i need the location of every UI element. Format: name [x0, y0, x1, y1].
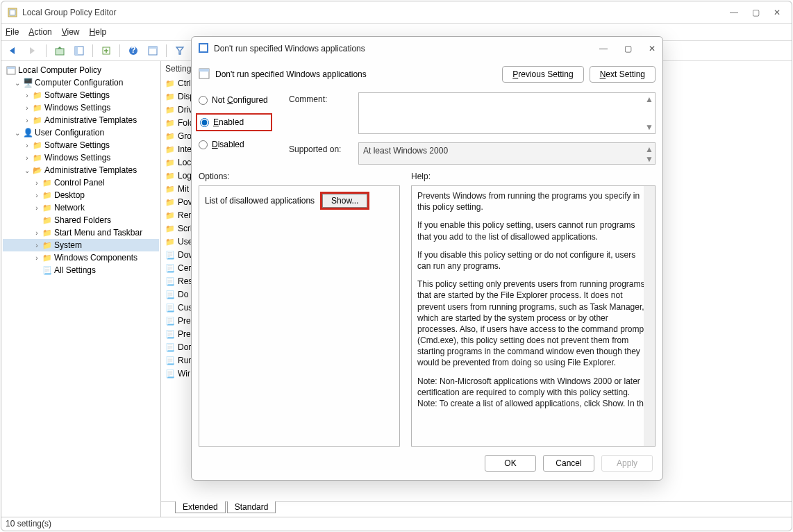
folder-icon	[42, 190, 53, 200]
apply-button[interactable]: Apply	[601, 455, 653, 472]
dialog-minimize-button[interactable]: —	[599, 44, 608, 53]
folder-icon	[32, 140, 43, 150]
tree-uc-admin[interactable]: Administrative Templates	[44, 165, 137, 175]
expand-toggle[interactable]: ›	[22, 154, 32, 162]
tree-pane[interactable]: Local Computer Policy ⌄🖥️Computer Config…	[1, 61, 161, 517]
tab-standard[interactable]: Standard	[227, 501, 276, 513]
tree-computer-config[interactable]: Computer Configuration	[35, 78, 123, 88]
radio-not-configured[interactable]: Not Configured	[199, 95, 289, 105]
tree-cc-windows[interactable]: Windows Settings	[44, 103, 110, 113]
folder-icon	[42, 203, 53, 213]
svg-rect-1	[10, 10, 15, 15]
filter-button[interactable]	[172, 43, 187, 58]
dialog-close-button[interactable]: ✕	[649, 44, 656, 53]
options-text: List of disallowed applications	[205, 196, 315, 206]
tree-windows-components[interactable]: Windows Components	[54, 253, 137, 263]
tree-user-config[interactable]: User Configuration	[35, 128, 104, 138]
properties-button[interactable]	[145, 43, 160, 58]
tree-uc-windows[interactable]: Windows Settings	[44, 153, 110, 163]
help-button[interactable]: ?	[126, 43, 141, 58]
expand-toggle[interactable]: ›	[22, 92, 32, 99]
settings-icon	[42, 265, 53, 275]
folder-icon	[32, 90, 43, 100]
folder-icon	[165, 224, 176, 233]
expand-toggle[interactable]: ›	[32, 242, 42, 249]
folder-icon	[42, 228, 53, 238]
tree-control-panel[interactable]: Control Panel	[54, 178, 105, 188]
help-paragraph: If you enable this policy setting, users…	[417, 219, 649, 242]
expand-toggle[interactable]: ⌄	[12, 129, 22, 137]
expand-toggle[interactable]: ⌄	[12, 79, 22, 87]
supported-on-label: Supported on:	[289, 142, 353, 165]
tree-system[interactable]: System	[54, 240, 82, 250]
tree-uc-software[interactable]: Software Settings	[44, 140, 110, 150]
menu-file[interactable]: File	[6, 27, 19, 37]
show-button[interactable]: Show...	[322, 194, 367, 208]
previous-setting-button[interactable]: Previous Setting	[502, 66, 583, 83]
folder-icon	[32, 115, 43, 125]
setting-icon	[165, 342, 176, 352]
tree-cc-admin[interactable]: Administrative Templates	[44, 115, 137, 125]
tree-all-settings[interactable]: All Settings	[54, 265, 96, 275]
folder-icon	[165, 78, 176, 88]
minimize-button[interactable]: —	[730, 8, 738, 17]
menu-view[interactable]: View	[62, 27, 80, 37]
folder-icon	[32, 153, 43, 163]
setting-icon	[165, 263, 176, 273]
help-box[interactable]: Prevents Windows from running the progra…	[411, 185, 656, 447]
forward-button[interactable]	[25, 43, 40, 58]
up-button[interactable]	[52, 43, 67, 58]
show-hide-tree-button[interactable]	[72, 43, 87, 58]
policy-icon	[6, 65, 17, 75]
back-button[interactable]	[6, 43, 21, 58]
menu-action[interactable]: Action	[28, 27, 51, 37]
expand-toggle[interactable]: ›	[32, 254, 42, 262]
tree-desktop[interactable]: Desktop	[54, 190, 85, 200]
folder-icon	[42, 240, 53, 250]
expand-toggle[interactable]: ›	[32, 204, 42, 212]
expand-toggle[interactable]: ›	[22, 117, 32, 124]
policy-icon	[199, 68, 210, 81]
menu-help[interactable]: Help	[90, 27, 107, 37]
help-paragraph: This policy setting only prevents users …	[417, 279, 649, 369]
svg-rect-13	[200, 44, 207, 51]
help-paragraph: Note: Non-Microsoft applications with Wi…	[417, 376, 649, 410]
scrollbar[interactable]	[644, 186, 655, 446]
ok-button[interactable]: OK	[485, 455, 536, 472]
expand-toggle[interactable]: ›	[22, 104, 32, 112]
expand-toggle[interactable]: ›	[32, 192, 42, 199]
setting-icon	[165, 369, 176, 379]
svg-rect-15	[199, 69, 209, 72]
close-button[interactable]: ✕	[774, 8, 781, 17]
user-icon: 👤	[22, 128, 33, 138]
folder-icon	[165, 92, 176, 101]
tab-extended[interactable]: Extended	[175, 501, 226, 513]
folder-icon	[165, 184, 176, 194]
expand-toggle[interactable]: ›	[32, 229, 42, 237]
setting-icon	[165, 329, 176, 339]
maximize-button[interactable]: ▢	[752, 8, 760, 17]
next-setting-button[interactable]: Next Setting	[590, 66, 656, 83]
tree-start-menu[interactable]: Start Menu and Taskbar	[54, 228, 142, 238]
titlebar: Local Group Policy Editor — ▢ ✕	[1, 1, 792, 24]
comment-field[interactable]: ▲▼	[358, 92, 656, 134]
export-button[interactable]	[99, 43, 114, 58]
tree-network[interactable]: Network	[54, 203, 85, 213]
dialog-subheader: Don't run specified Windows applications…	[192, 60, 662, 88]
folder-icon	[42, 253, 53, 263]
folder-icon	[165, 118, 176, 128]
dialog-maximize-button[interactable]: ▢	[624, 44, 632, 53]
expand-toggle[interactable]: ⌄	[22, 167, 32, 174]
expand-toggle[interactable]: ›	[32, 179, 42, 187]
tree-shared-folders[interactable]: Shared Folders	[54, 215, 111, 225]
radio-disabled[interactable]: Disabled	[199, 140, 289, 149]
folder-icon	[165, 158, 176, 167]
radio-enabled[interactable]: Enabled	[196, 113, 272, 131]
setting-icon	[165, 276, 176, 286]
tree-cc-software[interactable]: Software Settings	[44, 90, 110, 100]
tree-root[interactable]: Local Computer Policy	[18, 65, 101, 75]
help-paragraph: If you disable this policy setting or do…	[417, 249, 649, 272]
cancel-button[interactable]: Cancel	[543, 455, 594, 472]
folder-icon	[165, 144, 176, 154]
expand-toggle[interactable]: ›	[22, 142, 32, 149]
